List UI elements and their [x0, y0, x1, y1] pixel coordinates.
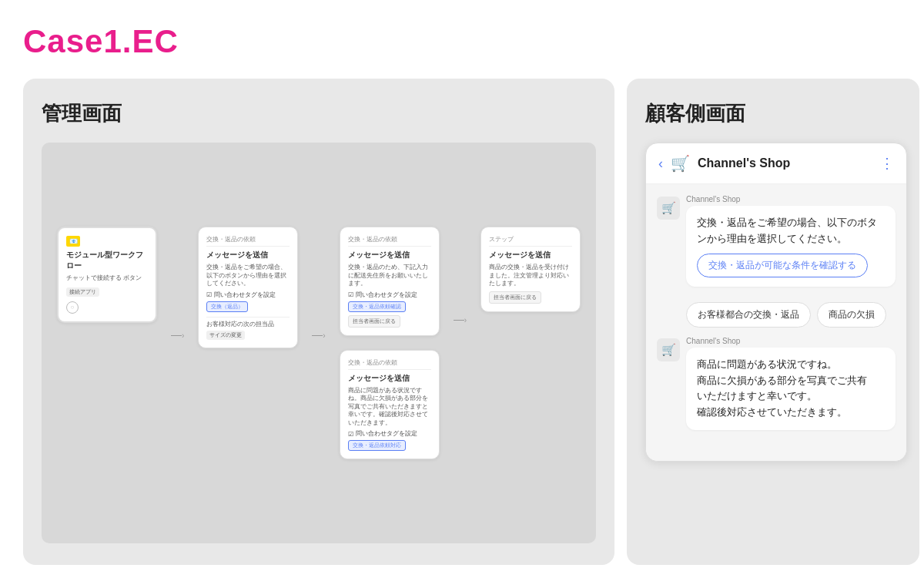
bubble-2-line1: 商品に問題がある状況ですね。	[697, 357, 885, 373]
avatar-1: 🛒	[657, 197, 680, 220]
chat-bubble-1: 交換・返品をご希望の場合、以下のボタンから理由を選択してください。 交換・返品が…	[686, 206, 896, 287]
wf-card-3-tag-row: ☑ 問い合わせタグを設定	[348, 291, 431, 299]
right-panel-title: 顧客側画面	[645, 100, 901, 127]
right-panel: 顧客側画面 ‹ 🛒 Channel's Shop ⋮ 🛒 Channel's S…	[627, 79, 919, 565]
chat-bubble-wrap-2: Channel's Shop 商品に問題がある状況ですね。 商品に欠損がある部分…	[686, 337, 896, 438]
connector-arrow-2: ›	[323, 331, 325, 340]
avatar-2-icon: 🛒	[661, 343, 676, 357]
sender-label-2: Channel's Shop	[686, 337, 896, 345]
wf-card-3-body: 交換・返品のため、下記入力に配送先住所をお願いいたします。	[348, 264, 431, 288]
phone-header: ‹ 🛒 Channel's Shop ⋮	[646, 143, 906, 184]
wf-card-2-extra2: サイズの変更	[206, 331, 245, 340]
chat-bubble-wrap-1: Channel's Shop 交換・返品をご希望の場合、以下のボタンから理由を選…	[686, 195, 896, 294]
wf-card-4-header: ステップ	[489, 235, 572, 247]
avatar-1-icon: 🛒	[661, 201, 676, 215]
wf-card-3-title: メッセージを送信	[348, 250, 431, 260]
connector-arrow-3: ›	[464, 316, 467, 324]
bubble-2-line2: 商品に欠損がある部分を写真でご共有	[697, 373, 885, 389]
bubble-2-line4: 確認後対応させていただきます。	[697, 405, 885, 421]
choice-btn-2[interactable]: 商品の欠損	[817, 302, 886, 328]
wf-card-5-body: 商品に問題がある状況ですね。商品に欠損がある部分を写真でご共有いただきますと幸い…	[348, 387, 431, 428]
wf-card-5: 交換・返品の依頼 メッセージを送信 商品に問題がある状況ですね。商品に欠損がある…	[340, 350, 440, 460]
wf-card-5-tag-icon: ☑	[348, 431, 353, 438]
wf-card-2-body: 交換・返品をご希望の場合、以下のボタンから理由を選択してください。	[206, 264, 290, 288]
bubble-1-text: 交換・返品をご希望の場合、以下のボタンから理由を選択してください。	[697, 217, 877, 244]
left-panel-title: 管理画面	[42, 100, 596, 127]
choice-btn-1[interactable]: お客様都合の交換・返品	[686, 302, 811, 328]
wf-column-3-5: 交換・返品の依頼 メッセージを送信 交換・返品のため、下記入力に配送先住所をお願…	[340, 227, 440, 459]
wf-card-2-tag-icon: ☑	[206, 291, 212, 298]
connector-line-1	[171, 335, 182, 336]
wf-card-1-tag: 接続アプリ	[66, 287, 99, 297]
wf-card-4: ステップ メッセージを送信 商品の交換・返品を受け付けました。注文管理より対応い…	[480, 227, 581, 312]
avatar-2: 🛒	[657, 338, 680, 361]
wf-card-5-header: 交換・返品の依頼	[348, 358, 431, 370]
menu-button[interactable]: ⋮	[880, 155, 894, 172]
shop-icon: 🛒	[671, 154, 690, 173]
wf-card-3: 交換・返品の依頼 メッセージを送信 交換・返品のため、下記入力に配送先住所をお願…	[340, 227, 440, 336]
wf-card-5-tag-value: 交換・返品依頼対応	[348, 440, 406, 451]
wf-card-5-title: メッセージを送信	[348, 373, 431, 384]
wf-card-2: 交換・返品の依頼 メッセージを送信 交換・返品をご希望の場合、以下のボタンから理…	[198, 227, 298, 348]
wf-icon: 📧	[66, 236, 80, 247]
wf-card-4-title: メッセージを送信	[489, 250, 572, 260]
wf-card-1-subtitle: チャットで接続する ボタン	[66, 274, 148, 283]
connector-line-3	[454, 320, 464, 321]
chat-row-2: 🛒 Channel's Shop 商品に問題がある状況ですね。 商品に欠損がある…	[657, 337, 896, 438]
wf-card-3-tag-icon: ☑	[348, 291, 353, 298]
wf-card-1-title: モジュール型ワークフロー	[66, 250, 148, 271]
wf-card-3-tag-value: 交換・返品依頼確認	[348, 301, 406, 312]
sender-label-1: Channel's Shop	[686, 195, 896, 203]
panels-container: 管理画面 📧 モジュール型ワークフロー チャットで接続する ボタン 接続アプリ …	[23, 79, 901, 565]
wf-card-2-extra-section: お客様対応の次の担当品 サイズの変更	[206, 317, 290, 341]
connector-1: ›	[171, 331, 184, 340]
wf-card-1: 📧 モジュール型ワークフロー チャットで接続する ボタン 接続アプリ ○	[57, 227, 157, 323]
wf-card-2-extra: お客様対応の次の担当品	[206, 321, 290, 329]
wf-card-2-title: メッセージを送信	[206, 250, 290, 260]
wf-card-2-tag-value: 交換（返品）	[206, 301, 248, 312]
chat-bubble-2: 商品に問題がある状況ですね。 商品に欠損がある部分を写真でご共有 いただけますと…	[686, 348, 896, 430]
wf-card-2-tag-label: 問い合わせタグを設定	[214, 291, 276, 299]
connector-line-2	[312, 335, 323, 336]
phone-body: 🛒 Channel's Shop 交換・返品をご希望の場合、以下のボタンから理由…	[646, 184, 906, 461]
shop-title: Channel's Shop	[698, 156, 872, 170]
connector-3: ›	[454, 316, 467, 324]
bubble-1-link[interactable]: 交換・返品が可能な条件を確認する	[697, 254, 868, 277]
wf-card-2-tag-row: ☑ 問い合わせタグを設定	[206, 291, 290, 299]
wf-card-2-header: 交換・返品の依頼	[206, 235, 290, 247]
wf-card-3-tag-label: 問い合わせタグを設定	[356, 291, 417, 299]
workflow-area: 📧 モジュール型ワークフロー チャットで接続する ボタン 接続アプリ ○ › 交…	[42, 143, 596, 543]
page-title: Case1.EC	[23, 23, 901, 60]
wf-card-4-body: 商品の交換・返品を受け付けました。注文管理より対応いたします。	[489, 264, 572, 288]
left-panel: 管理画面 📧 モジュール型ワークフロー チャットで接続する ボタン 接続アプリ …	[23, 79, 614, 565]
workflow-inner: 📧 モジュール型ワークフロー チャットで接続する ボタン 接続アプリ ○ › 交…	[57, 227, 581, 459]
wf-card-3-btn[interactable]: 担当者画面に戻る	[348, 315, 400, 328]
wf-card-3-header: 交換・返品の依頼	[348, 235, 431, 247]
back-button[interactable]: ‹	[658, 156, 663, 172]
bubble-2-line3: いただけますと幸いです。	[697, 388, 885, 405]
chat-row-1: 🛒 Channel's Shop 交換・返品をご希望の場合、以下のボタンから理由…	[657, 195, 896, 294]
wf-card-1-dot: ○	[66, 301, 79, 314]
chat-buttons-row: お客様都合の交換・返品 商品の欠損	[657, 302, 896, 328]
wf-column-2: 交換・返品の依頼 メッセージを送信 交換・返品をご希望の場合、以下のボタンから理…	[198, 227, 298, 348]
phone-mockup: ‹ 🛒 Channel's Shop ⋮ 🛒 Channel's Shop 交換…	[645, 143, 907, 462]
wf-card-4-btn[interactable]: 担当者画面に戻る	[489, 291, 541, 304]
connector-2: ›	[312, 331, 325, 340]
wf-card-5-tag-row: ☑ 問い合わせタグを設定	[348, 430, 431, 438]
wf-card-5-tag-label: 問い合わせタグを設定	[356, 430, 417, 438]
connector-arrow-1: ›	[182, 331, 184, 340]
